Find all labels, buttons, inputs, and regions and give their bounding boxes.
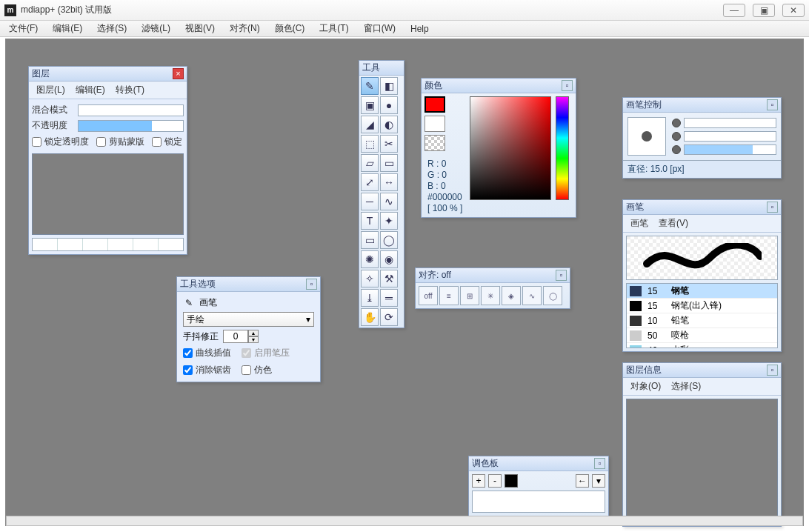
lock-checkbox[interactable]: 锁定 [152,135,182,149]
curve-interp-checkbox[interactable]: 曲线插值 [183,346,231,360]
ruler-icon[interactable]: ═ [380,289,398,307]
pen-icon[interactable]: ✎ [361,77,379,95]
snap-off-button[interactable]: off [419,286,438,305]
lock-opacity-checkbox[interactable]: 锁定透明度 [32,135,89,149]
color-close-icon[interactable]: ▫ [562,80,573,91]
knife-icon[interactable]: ⚒ [380,270,398,287]
brush-density-slider[interactable] [684,144,776,155]
brush-menu-brush[interactable]: 画笔 [626,216,653,230]
perspective-icon[interactable]: ▭ [380,154,398,172]
polygon-icon[interactable]: ◯ [380,231,398,249]
sv-picker[interactable] [470,96,551,200]
snap-radial-icon[interactable]: ✳ [481,286,500,305]
menu-select[interactable]: 选择(S) [91,21,133,36]
brush-menu-view[interactable]: 查看(V) [654,216,693,230]
color-header[interactable]: 颜色 ▫ [422,79,576,93]
spin-up-icon[interactable]: ▲ [248,330,259,336]
rotate-icon[interactable]: ⟳ [380,308,398,326]
maximize-button[interactable]: ▣ [753,4,775,17]
layers-panel-header[interactable]: 图层 × [29,67,187,82]
brush-close-icon[interactable]: ▫ [767,202,778,213]
background-swatch[interactable] [425,116,445,132]
brush-row[interactable]: 15钢笔(出入锋) [627,299,777,313]
select-lasso-icon[interactable]: ✂ [380,135,398,153]
menu-edit[interactable]: 编辑(E) [47,21,88,36]
brush-list[interactable]: 15钢笔15钢笔(出入锋)10铅笔50喷枪40水彩 [626,283,778,348]
menu-help[interactable]: Help [404,22,435,36]
palette-swatch-black[interactable] [505,474,518,488]
dither-checkbox[interactable]: 仿色 [242,363,272,377]
move-icon[interactable]: ↔ [380,173,398,191]
focus-icon[interactable]: ◉ [380,250,398,268]
minimize-button[interactable]: — [723,4,745,17]
brush-row[interactable]: 40水彩 [627,343,777,348]
layer-thumbnail-area[interactable] [32,153,184,235]
shade-icon[interactable]: ◐ [380,116,398,133]
rect-icon[interactable]: ▭ [361,231,379,249]
eyedropper-icon[interactable]: ⤓ [361,289,379,307]
layer-info-header[interactable]: 图层信息 ▫ [623,363,781,378]
layers-close-icon[interactable]: × [173,68,184,79]
hue-slider[interactable] [556,96,569,200]
antialias-checkbox[interactable]: 消除锯齿 [183,363,231,377]
palette-add-button[interactable]: + [472,474,485,488]
brush-row[interactable]: 50喷枪 [627,328,777,343]
select-rect-icon[interactable]: ⬚ [361,135,379,153]
spin-down-icon[interactable]: ▼ [248,336,259,343]
clip-mask-checkbox[interactable]: 剪贴蒙版 [96,135,144,149]
brush-row[interactable]: 10铅笔 [627,313,777,328]
snap-parallel-icon[interactable]: ≡ [439,286,459,305]
foreground-swatch[interactable] [425,96,445,113]
palette-swatch-area[interactable] [472,491,605,513]
close-button[interactable]: ✕ [782,4,805,17]
tools-header[interactable]: 工具 [359,61,404,76]
brush-size-slider[interactable] [684,118,776,128]
opacity-slider[interactable] [78,120,184,132]
palette-header[interactable]: 调色板 ▫ [469,456,608,471]
menu-snap[interactable]: 对齐(N) [224,21,266,36]
snap-ellipse-icon[interactable]: ◯ [543,286,562,305]
layer-info-close-icon[interactable]: ▫ [767,365,778,376]
layers-menu-layer[interactable]: 图层(L) [32,83,70,97]
draw-mode-select[interactable]: 手绘▾ [183,312,314,327]
palette-remove-button[interactable]: - [488,474,502,488]
menu-color[interactable]: 颜色(C) [269,21,311,36]
transform-icon[interactable]: ▱ [361,154,379,172]
brush-opacity-slider[interactable] [684,131,776,142]
snap-header[interactable]: 对齐: off ▫ [416,268,570,283]
tool-options-close-icon[interactable]: ▫ [306,279,317,290]
smudge-icon[interactable]: ● [380,96,398,114]
measure-icon[interactable]: ⤢ [361,173,379,191]
brush-control-header[interactable]: 画笔控制 ▫ [623,98,781,113]
shape-icon[interactable]: ✦ [380,212,398,230]
menu-file[interactable]: 文件(F) [3,21,44,36]
fill-icon[interactable]: ▣ [361,96,379,114]
line-icon[interactable]: ─ [361,193,379,210]
gradient-icon[interactable]: ◢ [361,116,379,133]
palette-close-icon[interactable]: ▫ [594,458,605,469]
palette-prev-button[interactable]: ← [576,474,589,488]
snap-close-icon[interactable]: ▫ [556,270,567,281]
text-icon[interactable]: T [361,212,379,230]
snap-curve-icon[interactable]: ∿ [522,286,542,305]
snap-grid-icon[interactable]: ⊞ [460,286,479,305]
menu-view[interactable]: 视图(V) [179,21,221,36]
palette-menu-button[interactable]: ▾ [592,474,605,488]
layer-segment-bar[interactable] [32,238,184,251]
brush-header[interactable]: 画笔 ▫ [623,200,781,215]
hand-correction-spinner[interactable]: 0 ▲▼ [223,330,259,343]
transparent-swatch[interactable] [425,135,445,151]
tool-options-header[interactable]: 工具选项 ▫ [177,277,320,292]
layers-menu-convert[interactable]: 转换(T) [111,83,149,97]
layers-menu-edit[interactable]: 编辑(E) [71,83,110,97]
hand-icon[interactable]: ✋ [361,308,379,326]
curve-icon[interactable]: ∿ [380,193,398,210]
blend-mode-select[interactable] [78,104,184,116]
workspace-scrollbar[interactable] [6,516,803,526]
menu-window[interactable]: 窗口(W) [358,21,402,36]
eraser-icon[interactable]: ◧ [380,77,398,95]
wand-icon[interactable]: ✧ [361,270,379,287]
brush-row[interactable]: 15钢笔 [627,284,777,299]
menu-filter[interactable]: 滤镜(L) [136,21,176,36]
snap-vanish-icon[interactable]: ◈ [502,286,521,305]
